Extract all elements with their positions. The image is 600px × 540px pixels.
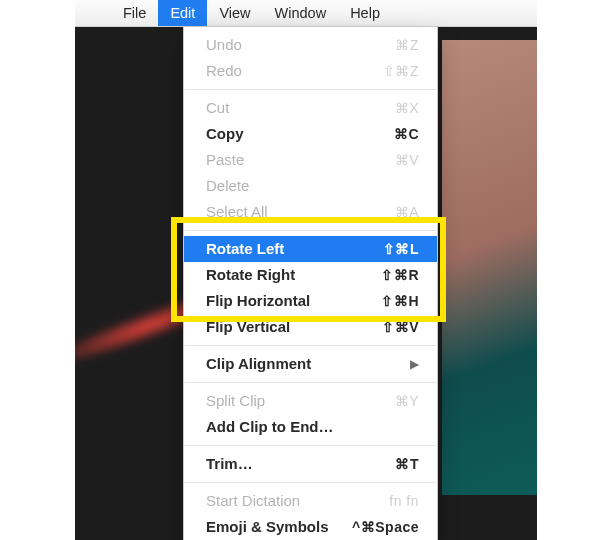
menubar-label: View — [219, 5, 250, 21]
menu-item-copy[interactable]: Copy ⌘C — [184, 121, 437, 147]
menu-label: Copy — [206, 124, 394, 144]
menu-shortcut: ⇧⌘V — [382, 317, 419, 337]
menubar-item-edit[interactable]: Edit — [158, 0, 207, 26]
menu-separator — [185, 89, 436, 90]
menu-label: Flip Horizontal — [206, 291, 381, 311]
menu-label: Split Clip — [206, 391, 395, 411]
menu-item-trim[interactable]: Trim… ⌘T — [184, 451, 437, 477]
menu-item-delete[interactable]: Delete — [184, 173, 437, 199]
video-frame-slice — [442, 40, 537, 495]
menu-label: Start Dictation — [206, 491, 389, 511]
menubar-label: Help — [350, 5, 380, 21]
menu-label: Add Clip to End… — [206, 417, 419, 437]
menu-shortcut: ⌘V — [395, 150, 419, 170]
menu-shortcut: ⌘Z — [395, 35, 419, 55]
menu-shortcut: ⇧⌘H — [381, 291, 419, 311]
menu-label: Delete — [206, 176, 419, 196]
menubar-item-help[interactable]: Help — [338, 0, 392, 26]
menu-separator — [185, 382, 436, 383]
menu-item-start-dictation[interactable]: Start Dictation fn fn — [184, 488, 437, 514]
menu-shortcut: ⇧⌘L — [383, 239, 419, 259]
menubar-item-window[interactable]: Window — [263, 0, 339, 26]
menu-shortcut: ^⌘Space — [352, 517, 419, 537]
menu-label: Emoji & Symbols — [206, 517, 352, 537]
edit-menu-dropdown: Undo ⌘Z Redo ⇧⌘Z Cut ⌘X Copy ⌘C Paste ⌘V… — [183, 27, 438, 540]
menu-item-flip-horizontal[interactable]: Flip Horizontal ⇧⌘H — [184, 288, 437, 314]
menubar-item-view[interactable]: View — [207, 0, 262, 26]
menu-label: Clip Alignment — [206, 354, 402, 374]
menu-shortcut: fn fn — [389, 491, 419, 511]
screenshot-stage: File Edit View Window Help Undo ⌘Z Redo … — [0, 0, 600, 540]
menu-label: Rotate Left — [206, 239, 383, 259]
menu-shortcut: ⌘C — [394, 124, 419, 144]
menu-separator — [185, 345, 436, 346]
menu-shortcut: ⌘A — [395, 202, 419, 222]
submenu-chevron-icon: ▶ — [410, 354, 419, 374]
menu-item-paste[interactable]: Paste ⌘V — [184, 147, 437, 173]
menu-label: Cut — [206, 98, 395, 118]
menu-label: Rotate Right — [206, 265, 381, 285]
menu-label: Paste — [206, 150, 395, 170]
menu-item-flip-vertical[interactable]: Flip Vertical ⇧⌘V — [184, 314, 437, 340]
menu-separator — [185, 482, 436, 483]
menu-item-cut[interactable]: Cut ⌘X — [184, 95, 437, 121]
menu-item-select-all[interactable]: Select All ⌘A — [184, 199, 437, 225]
menu-shortcut: ⌘T — [395, 454, 419, 474]
menu-item-redo[interactable]: Redo ⇧⌘Z — [184, 58, 437, 84]
menubar-item-file[interactable]: File — [111, 0, 158, 26]
menu-shortcut: ⌘Y — [395, 391, 419, 411]
menu-label: Trim… — [206, 454, 395, 474]
menu-item-rotate-right[interactable]: Rotate Right ⇧⌘R — [184, 262, 437, 288]
menu-item-split-clip[interactable]: Split Clip ⌘Y — [184, 388, 437, 414]
menu-shortcut: ⇧⌘Z — [383, 61, 419, 81]
menu-label: Redo — [206, 61, 383, 81]
menu-shortcut: ⇧⌘R — [381, 265, 419, 285]
menu-separator — [185, 230, 436, 231]
menubar-label: Window — [275, 5, 327, 21]
menu-label: Undo — [206, 35, 395, 55]
menu-item-undo[interactable]: Undo ⌘Z — [184, 32, 437, 58]
menu-separator — [185, 445, 436, 446]
menu-label: Flip Vertical — [206, 317, 382, 337]
menu-item-add-clip-to-end[interactable]: Add Clip to End… — [184, 414, 437, 440]
menu-item-emoji-symbols[interactable]: Emoji & Symbols ^⌘Space — [184, 514, 437, 540]
menubar: File Edit View Window Help — [75, 0, 537, 27]
menu-label: Select All — [206, 202, 395, 222]
apple-menu[interactable] — [75, 0, 111, 26]
menu-item-rotate-left[interactable]: Rotate Left ⇧⌘L — [184, 236, 437, 262]
menubar-label: File — [123, 5, 146, 21]
menu-item-clip-alignment[interactable]: Clip Alignment ▶ — [184, 351, 437, 377]
menubar-label: Edit — [170, 5, 195, 21]
menu-shortcut: ⌘X — [395, 98, 419, 118]
